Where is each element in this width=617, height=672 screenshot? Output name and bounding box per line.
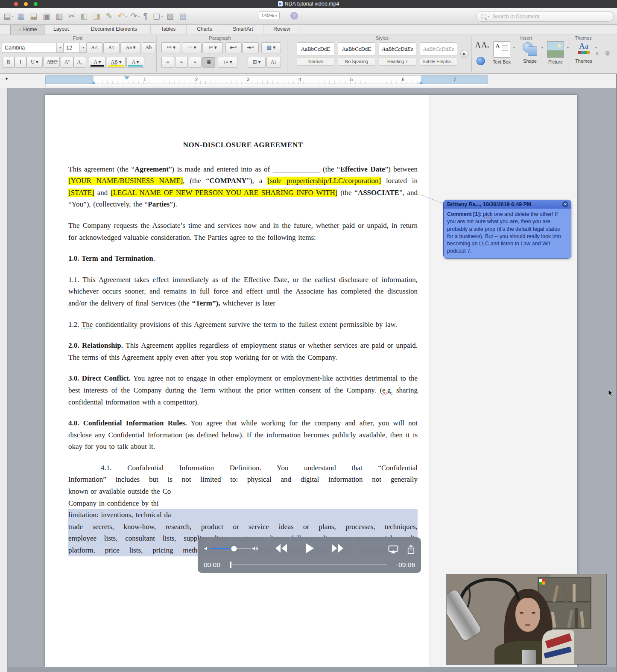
tab-home[interactable]: ⌂Home bbox=[10, 24, 45, 35]
tab-charts[interactable]: Charts bbox=[186, 24, 223, 34]
align-center-button[interactable]: ≡ bbox=[175, 57, 188, 68]
play-button[interactable] bbox=[304, 542, 315, 554]
font-size-select[interactable]: 12▾ bbox=[63, 43, 87, 53]
paragraph[interactable]: 4.0. Confidential Information Rules. You… bbox=[68, 417, 418, 453]
undo-button[interactable]: ↶ bbox=[118, 11, 125, 22]
save-button[interactable]: ▣ bbox=[43, 11, 50, 22]
underline-button[interactable]: U ▾ bbox=[26, 57, 43, 68]
subscript-button[interactable]: A₂ bbox=[73, 57, 86, 68]
style-normal[interactable]: AaBbCcDdENormal bbox=[297, 42, 334, 66]
columns-button[interactable]: ▥ ▾ bbox=[261, 42, 281, 53]
themes-button[interactable]: Aa ▾ Themes bbox=[571, 41, 596, 64]
font-size-dropdown[interactable]: ▾ bbox=[79, 43, 87, 52]
tab-smartart[interactable]: SmartArt bbox=[223, 24, 263, 34]
ribbon-settings-gear-icon[interactable]: ⚙ bbox=[605, 50, 610, 57]
tab-document-elements[interactable]: Document Elements bbox=[78, 24, 151, 34]
cut-button[interactable]: ✂ bbox=[68, 11, 75, 22]
search-in-document-field[interactable]: ▾ Search in Document bbox=[476, 11, 614, 22]
paste-button[interactable]: ◨ bbox=[93, 11, 101, 22]
open-button[interactable]: ⬓ bbox=[30, 11, 38, 22]
clear-formatting-button[interactable]: A̶b bbox=[142, 42, 155, 53]
text-effects-color-bar bbox=[128, 65, 143, 67]
sort-button[interactable]: A↓ bbox=[266, 57, 281, 68]
redo-dropdown[interactable]: ▾ bbox=[138, 15, 140, 18]
copy-button[interactable]: ◧ bbox=[80, 11, 88, 22]
font-family-dropdown[interactable]: ▾ bbox=[56, 43, 64, 52]
style-no-spacing[interactable]: AaBbCcDdENo Spacing bbox=[338, 42, 375, 66]
page-view-dropdown[interactable]: ▾ bbox=[161, 15, 163, 18]
seek-bar[interactable] bbox=[230, 564, 387, 565]
text-effects-button[interactable]: A ▾ bbox=[126, 57, 144, 68]
compare-documents-button[interactable]: ▨ bbox=[179, 11, 187, 22]
print-button[interactable]: ▥ bbox=[56, 11, 63, 22]
increase-indent-button[interactable]: ⇥≡ bbox=[243, 42, 259, 53]
font-family-select[interactable]: Cambria▾ bbox=[2, 43, 64, 53]
share-button[interactable] bbox=[407, 545, 415, 554]
paragraph[interactable]: 1.1. This Agreement takes effect immedia… bbox=[68, 274, 418, 309]
italic-button[interactable]: I bbox=[15, 57, 26, 68]
paragraph[interactable]: 3.0. Direct Conflict. You agree not to e… bbox=[68, 372, 418, 408]
picture-dropdown[interactable]: ▾ bbox=[567, 46, 569, 49]
paragraph[interactable]: This agreement (the “Agreement”) is made… bbox=[68, 163, 418, 210]
change-case-button[interactable]: Aa ▾ bbox=[120, 42, 141, 53]
style-heading-7[interactable]: AaBbCcDdEeHeading 7 bbox=[379, 42, 416, 66]
comment-close-icon[interactable]: ✕ bbox=[562, 201, 568, 207]
playhead[interactable] bbox=[230, 561, 231, 568]
manage-styles-icon[interactable] bbox=[477, 57, 485, 65]
show-gallery-button[interactable]: ▦ bbox=[17, 11, 25, 22]
text-box-dropdown[interactable]: ▾ bbox=[513, 46, 515, 49]
first-line-indent-marker[interactable] bbox=[124, 76, 129, 80]
align-left-button[interactable]: ≡ bbox=[161, 57, 174, 68]
decrease-indent-button[interactable]: ⇤≡ bbox=[225, 42, 242, 53]
comment-bubble[interactable]: Brittany Ra..., 10/30/2019 6:49 PM ✕ Com… bbox=[443, 200, 571, 259]
more-styles-button[interactable]: ▶ bbox=[460, 50, 468, 58]
document-map-button[interactable]: ▧ bbox=[167, 11, 174, 22]
shrink-font-button[interactable]: A˅ bbox=[103, 42, 120, 53]
grow-font-button[interactable]: A˄ bbox=[86, 42, 102, 53]
redo-button[interactable]: ↷ bbox=[130, 11, 137, 22]
paragraph[interactable]: 2.0. Relationship. This Agreement applie… bbox=[68, 340, 418, 363]
justify-button[interactable]: ≣ bbox=[202, 57, 215, 68]
paragraph[interactable]: The Company requests the Associate’s tim… bbox=[68, 220, 418, 243]
search-options-chevron-icon[interactable]: ▾ bbox=[488, 15, 489, 18]
document-body[interactable]: NON-DISCLOSURE AGREEMENTThis agreement (… bbox=[68, 139, 418, 566]
undo-dropdown[interactable]: ▾ bbox=[125, 15, 127, 18]
paragraph[interactable]: 1.0. Term and Termination. bbox=[68, 253, 418, 265]
change-styles-button[interactable]: AA▾ bbox=[475, 41, 489, 50]
multilevel-list-button[interactable]: ⁝≡ ▾ bbox=[202, 42, 223, 53]
line-spacing-button[interactable]: ↕≡ ▾ bbox=[218, 57, 237, 68]
bold-button[interactable]: B bbox=[3, 57, 15, 68]
zoom-level-select[interactable]: 140% ▾ bbox=[259, 12, 280, 19]
shape-button[interactable]: ▾Shape bbox=[518, 41, 542, 64]
paragraph-marks-button[interactable]: ¶ bbox=[143, 11, 147, 22]
numbering-button[interactable]: ≔ ▾ bbox=[182, 42, 202, 53]
page-view-button[interactable]: ▢ bbox=[153, 11, 161, 22]
new-document-dropdown[interactable]: ▾ bbox=[12, 15, 14, 18]
horizontal-ruler[interactable]: 1234567 bbox=[45, 75, 488, 84]
paragraph[interactable]: 1.2. The confidentiality provisions of t… bbox=[68, 319, 418, 331]
highlight-color-button[interactable]: A̲B̲ ▾ bbox=[107, 57, 126, 68]
new-document-button[interactable]: ▤ bbox=[3, 11, 11, 22]
tab-review[interactable]: Review bbox=[263, 24, 301, 34]
rewind-button[interactable] bbox=[275, 543, 287, 553]
format-painter-button[interactable]: ✎ bbox=[106, 11, 113, 22]
font-color-button[interactable]: A ▾ bbox=[89, 57, 106, 68]
font-color-color-bar bbox=[91, 65, 104, 67]
help-button[interactable]: ? bbox=[290, 12, 298, 20]
fast-forward-button[interactable] bbox=[331, 543, 344, 553]
superscript-button[interactable]: A² bbox=[61, 57, 73, 68]
themes-dropdown[interactable]: ▾ bbox=[595, 46, 597, 49]
borders-button[interactable]: ⊞ ▾ bbox=[248, 57, 266, 68]
tab-layout[interactable]: Layout bbox=[44, 24, 78, 34]
align-right-button[interactable]: ≡ bbox=[189, 57, 202, 68]
bullets-button[interactable]: •≡ ▾ bbox=[161, 42, 181, 53]
strikethrough-button[interactable]: A̶B̶C̶ bbox=[44, 57, 60, 68]
text-box-button[interactable]: ▾Text Box bbox=[489, 41, 514, 64]
airplay-button[interactable] bbox=[388, 545, 398, 554]
tab-tables[interactable]: Tables bbox=[150, 24, 187, 34]
style-subtle-empha-[interactable]: AaBbCcDdEeSubtle Empha... bbox=[420, 42, 457, 66]
collapse-ribbon-button[interactable]: ∧ bbox=[595, 50, 599, 56]
video-player-controls[interactable]: 00:00 -09:06 bbox=[198, 537, 421, 573]
picture-button[interactable]: ▾Picture bbox=[543, 41, 568, 64]
tab-stop-selector[interactable]: ∟▾ bbox=[1, 76, 8, 81]
